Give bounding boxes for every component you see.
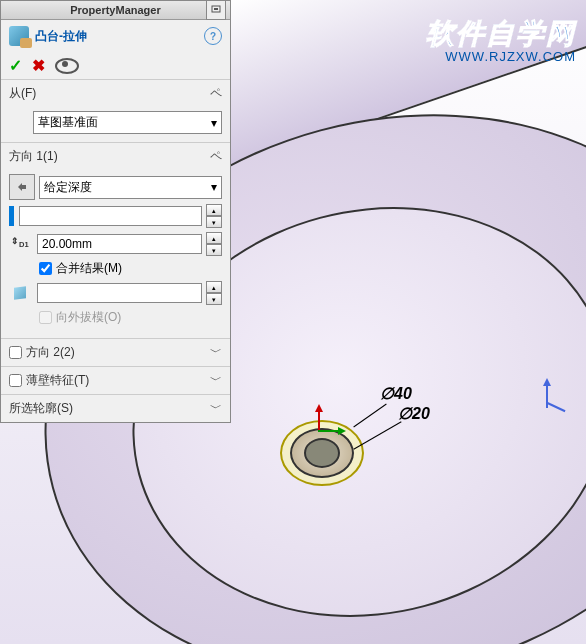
direction2-checkbox[interactable] (9, 346, 22, 359)
direction2-label: 方向 2(2) (26, 344, 75, 361)
merge-result-label: 合并结果(M) (56, 260, 122, 277)
svg-rect-1 (214, 8, 218, 10)
chevron-up-icon: ペ (210, 85, 222, 102)
start-condition-value: 草图基准面 (38, 114, 98, 131)
panel-header: PropertyManager (1, 1, 230, 20)
reverse-direction-button[interactable] (9, 174, 35, 200)
draft-icon (9, 281, 33, 305)
watermark-url: WWW.RJZXW.COM (426, 49, 576, 64)
direction2-header[interactable]: 方向 2(2) ﹀ (1, 339, 230, 366)
thin-feature-checkbox[interactable] (9, 374, 22, 387)
thin-feature-header[interactable]: 薄壁特征(T) ﹀ (1, 367, 230, 394)
merge-result-row: 合并结果(M) (39, 260, 222, 277)
triad-x-axis (318, 430, 344, 432)
spinner: ▴ ▾ (206, 281, 222, 305)
end-condition-dropdown[interactable]: 给定深度 ▾ (39, 176, 222, 199)
draft-angle-input[interactable] (37, 283, 202, 303)
from-section: 从(F) ペ 草图基准面 ▾ (1, 80, 230, 143)
depth-icon: ⇕D1 (9, 232, 33, 256)
chevron-down-icon: ▾ (211, 116, 217, 130)
spin-down-button[interactable]: ▾ (206, 244, 222, 256)
chevron-down-icon: ﹀ (210, 344, 222, 361)
chevron-down-icon: ﹀ (210, 372, 222, 389)
feature-title-row: 凸台-拉伸 ? (1, 20, 230, 52)
chevron-down-icon: ▾ (211, 180, 217, 194)
selected-contours-label: 所选轮廓(S) (9, 400, 73, 417)
selected-contours-section: 所选轮廓(S) ﹀ (1, 395, 230, 422)
selected-contours-header[interactable]: 所选轮廓(S) ﹀ (1, 395, 230, 422)
watermark: 软件自学网 WWW.RJZXW.COM (426, 15, 576, 64)
start-condition-dropdown[interactable]: 草图基准面 ▾ (33, 111, 222, 134)
feature-name: 凸台-拉伸 (35, 28, 87, 45)
draft-outward-row: 向外拔模(O) (39, 309, 222, 326)
spin-up-button[interactable]: ▴ (206, 232, 222, 244)
help-icon[interactable]: ? (204, 27, 222, 45)
ok-button[interactable]: ✓ (9, 56, 22, 75)
watermark-title: 软件自学网 (426, 15, 576, 53)
dimension-40[interactable]: ∅40 (380, 384, 412, 403)
boss-hole (304, 438, 340, 468)
selection-indicator (9, 206, 14, 226)
direction1-section: 方向 1(1) ペ 给定深度 ▾ ▴ ▾ (1, 143, 230, 339)
spin-down-button[interactable]: ▾ (206, 216, 222, 228)
depth-input[interactable] (37, 234, 202, 254)
direction2-section: 方向 2(2) ﹀ (1, 339, 230, 367)
thin-feature-section: 薄壁特征(T) ﹀ (1, 367, 230, 395)
thin-feature-label: 薄壁特征(T) (26, 372, 89, 389)
spin-up-button[interactable]: ▴ (206, 281, 222, 293)
spin-down-button[interactable]: ▾ (206, 293, 222, 305)
draft-outward-label: 向外拔模(O) (56, 309, 121, 326)
dimension-20[interactable]: ∅20 (398, 404, 430, 423)
triad-y-axis (318, 406, 320, 432)
from-label: 从(F) (9, 85, 36, 102)
property-manager-panel: PropertyManager 凸台-拉伸 ? ✓ ✖ 从(F) ペ 草图基准面… (0, 0, 231, 423)
direction-vector-input[interactable] (19, 206, 202, 226)
draft-outward-checkbox[interactable] (39, 311, 52, 324)
chevron-up-icon: ペ (210, 148, 222, 165)
action-row: ✓ ✖ (1, 52, 230, 80)
preview-button[interactable] (55, 58, 79, 74)
cancel-button[interactable]: ✖ (32, 56, 45, 75)
chevron-down-icon: ﹀ (210, 400, 222, 417)
end-condition-value: 给定深度 (44, 179, 92, 196)
direction1-label: 方向 1(1) (9, 148, 58, 165)
direction1-header[interactable]: 方向 1(1) ペ (1, 143, 230, 170)
boss-extrude-icon (9, 26, 29, 46)
from-section-header[interactable]: 从(F) ペ (1, 80, 230, 107)
spinner: ▴ ▾ (206, 232, 222, 256)
panel-title: PropertyManager (70, 4, 160, 16)
merge-result-checkbox[interactable] (39, 262, 52, 275)
spinner: ▴ ▾ (206, 204, 222, 228)
spin-up-button[interactable]: ▴ (206, 204, 222, 216)
pushpin-button[interactable] (206, 0, 226, 20)
